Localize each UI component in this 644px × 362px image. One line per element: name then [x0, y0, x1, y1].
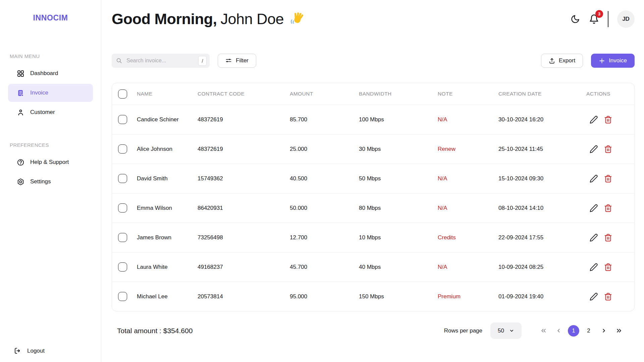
select-all-checkbox[interactable]: [118, 89, 127, 99]
cell-creation-date: 01-09-2024 19:40: [498, 293, 586, 300]
table-row: David Smith 15749362 40.500 50 Mbps N/A …: [112, 164, 634, 193]
toolbar: / Filter: [112, 54, 635, 68]
sidebar-item-invoice[interactable]: Invoice: [8, 84, 93, 102]
sidebar-item-settings[interactable]: Settings: [8, 173, 93, 191]
delete-button[interactable]: [604, 204, 612, 213]
row-checkbox[interactable]: [118, 115, 127, 124]
pencil-icon: [589, 263, 598, 272]
table-row: Laura White 49168237 45.700 40 Mbps N/A …: [112, 252, 634, 282]
main-content: Good Morning, John Doe: [101, 0, 644, 362]
logout-label: Logout: [27, 348, 45, 354]
logout-icon: [13, 347, 21, 355]
column-header-actions: ACTIONS: [586, 91, 634, 97]
cell-creation-date: 22-09-2024 17:55: [498, 234, 586, 241]
cell-note: Renew: [438, 146, 498, 153]
cell-amount: 12.700: [290, 234, 359, 241]
chevron-down-icon: [509, 328, 514, 333]
export-label: Export: [559, 57, 575, 64]
delete-button[interactable]: [604, 292, 612, 301]
trash-icon: [604, 204, 612, 213]
column-header-amount: AMOUNT: [290, 91, 359, 97]
sidebar-item-label: Customer: [30, 109, 55, 116]
sidebar-item-label: Invoice: [30, 89, 48, 96]
row-checkbox[interactable]: [118, 262, 127, 272]
preferences-heading: PREFERENCES: [0, 142, 101, 148]
page-button-2[interactable]: 2: [583, 325, 594, 337]
header-divider: [608, 11, 608, 27]
pencil-icon: [589, 292, 598, 301]
table-row: Emma Wilson 86420931 50.000 80 Mbps N/A …: [112, 193, 634, 223]
first-page-button[interactable]: [538, 325, 549, 337]
avatar[interactable]: JD: [617, 10, 635, 28]
sidebar-item-help-support[interactable]: Help & Support: [8, 153, 93, 171]
delete-button[interactable]: [604, 174, 612, 183]
edit-button[interactable]: [589, 145, 598, 154]
cell-creation-date: 15-10-2024 09:30: [498, 175, 586, 182]
edit-button[interactable]: [589, 292, 598, 301]
column-header-name: NAME: [137, 91, 198, 97]
filter-button[interactable]: Filter: [218, 54, 256, 68]
sidebar-item-label: Settings: [30, 178, 51, 185]
search-input-wrapper[interactable]: /: [112, 54, 210, 68]
table-header-row: NAME CONTRACT CODE AMOUNT BANDWIDTH NOTE…: [112, 83, 634, 105]
cell-bandwidth: 100 Mbps: [359, 116, 438, 123]
last-page-button[interactable]: [613, 325, 625, 337]
sidebar-section-main: MAIN MENU Dashboard: [0, 53, 101, 121]
table-footer: Total amount : $354.600 Rows per page 50: [112, 322, 635, 339]
row-checkbox[interactable]: [118, 203, 127, 213]
settings-icon: [17, 178, 24, 186]
row-checkbox[interactable]: [118, 144, 127, 154]
delete-button[interactable]: [604, 145, 612, 154]
cell-bandwidth: 10 Mbps: [359, 234, 438, 241]
filter-label: Filter: [236, 57, 249, 64]
edit-button[interactable]: [589, 233, 598, 242]
column-header-creation-date: CREATION DATE: [498, 91, 586, 97]
plus-icon: [599, 58, 605, 64]
cell-creation-date: 30-10-2024 16:20: [498, 116, 586, 123]
cell-contract-code: 15749362: [198, 175, 290, 182]
column-header-note: NOTE: [438, 91, 498, 97]
edit-button[interactable]: [589, 174, 598, 183]
edit-button[interactable]: [589, 263, 598, 272]
row-checkbox[interactable]: [118, 233, 127, 242]
row-checkbox[interactable]: [118, 174, 127, 183]
rows-per-page-select[interactable]: 50: [490, 322, 522, 339]
export-button[interactable]: Export: [541, 54, 583, 68]
delete-button[interactable]: [604, 233, 612, 242]
cell-bandwidth: 80 Mbps: [359, 205, 438, 212]
next-page-button[interactable]: [598, 325, 609, 337]
logout-button[interactable]: Logout: [13, 347, 45, 355]
delete-button[interactable]: [604, 115, 612, 124]
main-menu-heading: MAIN MENU: [0, 53, 101, 59]
notifications-button[interactable]: 3: [589, 14, 599, 24]
pencil-icon: [589, 204, 598, 213]
header-actions: 3 JD: [570, 10, 635, 28]
trash-icon: [604, 174, 612, 183]
pencil-icon: [589, 174, 598, 183]
sidebar-item-dashboard[interactable]: Dashboard: [8, 64, 93, 82]
cell-name: Alice Johnson: [137, 146, 198, 153]
row-checkbox[interactable]: [118, 292, 127, 301]
trash-icon: [604, 233, 612, 242]
edit-button[interactable]: [589, 204, 598, 213]
add-invoice-button[interactable]: Invoice: [591, 54, 635, 68]
search-input[interactable]: [126, 57, 195, 64]
delete-button[interactable]: [604, 263, 612, 272]
greeting-text: Good Morning,: [112, 10, 217, 28]
cell-bandwidth: 50 Mbps: [359, 175, 438, 182]
cell-name: Michael Lee: [137, 293, 198, 300]
theme-toggle-button[interactable]: [570, 14, 580, 24]
cell-note: N/A: [438, 175, 498, 182]
cell-bandwidth: 40 Mbps: [359, 264, 438, 270]
sidebar-item-label: Help & Support: [30, 159, 69, 166]
pencil-icon: [589, 115, 598, 124]
cell-creation-date: 25-10-2024 11:45: [498, 146, 586, 153]
invoice-icon: [17, 89, 24, 97]
sidebar-item-customer[interactable]: Customer: [8, 103, 93, 121]
page-button-1[interactable]: 1: [568, 325, 579, 337]
cell-note: Credits: [438, 234, 498, 241]
pagination-area: Rows per page 50: [444, 322, 635, 339]
previous-page-button[interactable]: [553, 325, 564, 337]
edit-button[interactable]: [589, 115, 598, 124]
invoice-table: NAME CONTRACT CODE AMOUNT BANDWIDTH NOTE…: [112, 83, 635, 311]
